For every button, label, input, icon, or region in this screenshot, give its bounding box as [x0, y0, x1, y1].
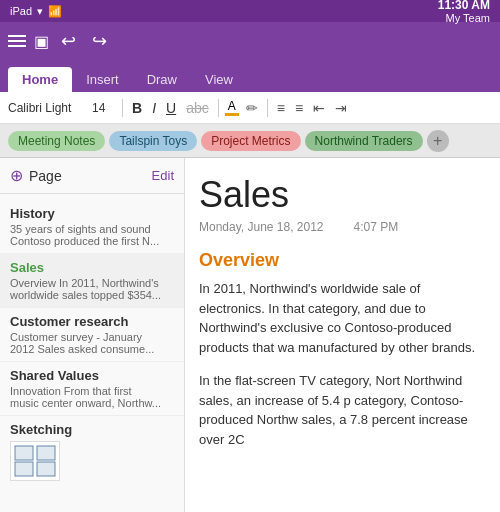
sidebar-item-sales-preview2: worldwide sales topped $354... [10, 289, 170, 301]
sidebar-item-shared-preview2: music center onward, Northw... [10, 397, 170, 409]
sidebar-item-customer-preview2: 2012 Sales asked consume... [10, 343, 170, 355]
page-tabs: Meeting Notes Tailspin Toys Project Metr… [0, 124, 500, 158]
sidebar-item-shared-preview1: Innovation From that first [10, 385, 170, 397]
indent-decrease-icon[interactable]: ⇤ [310, 99, 328, 117]
sidebar-item-history[interactable]: History 35 years of sights and sound Con… [0, 200, 184, 254]
main-area: ⊕ Page Edit History 35 years of sights a… [0, 158, 500, 512]
section-heading-overview: Overview [199, 250, 486, 271]
tab-meeting-notes[interactable]: Meeting Notes [8, 131, 105, 151]
divider-3 [267, 99, 268, 117]
font-name: Calibri Light [8, 101, 88, 115]
page-label: Page [29, 168, 62, 184]
sidebar-item-history-title: History [10, 206, 174, 221]
status-time: 11:30 AM [438, 0, 490, 12]
content-time-value: 4:07 PM [354, 220, 399, 234]
italic-button[interactable]: I [149, 99, 159, 117]
svg-rect-1 [37, 446, 55, 460]
sidebar-item-customer-title: Customer research [10, 314, 174, 329]
content-paragraph-1: In 2011, Northwind's worldwide sale of e… [199, 279, 486, 357]
underline-button[interactable]: U [163, 99, 179, 117]
content-paragraph-2: In the flat-screen TV category, Nort Nor… [199, 371, 486, 449]
sidebar-item-history-preview1: 35 years of sights and sound [10, 223, 170, 235]
sidebar-item-sales-preview1: Overview In 2011, Northwind's [10, 277, 170, 289]
tab-project-metrics[interactable]: Project Metrics [201, 131, 300, 151]
sidebar-item-shared-title: Shared Values [10, 368, 174, 383]
team-label: My Team [438, 12, 490, 24]
undo-icon[interactable]: ↩ [57, 28, 80, 54]
font-size: 14 [92, 101, 116, 115]
sidebar-item-sales-title: Sales [10, 260, 174, 275]
notebook-icon[interactable]: ▣ [34, 32, 49, 51]
sketch-title: Sketching [10, 422, 174, 437]
divider-1 [122, 99, 123, 117]
content-date: Monday, June 18, 2012 4:07 PM [199, 220, 486, 234]
tab-draw[interactable]: Draw [133, 67, 191, 92]
highlight-icon[interactable]: ✏ [243, 99, 261, 117]
tab-tailspin-toys[interactable]: Tailspin Toys [109, 131, 197, 151]
sidebar-item-customer-research[interactable]: Customer research Customer survey - Janu… [0, 308, 184, 362]
ribbon-tabs: Home Insert Draw View [0, 60, 500, 92]
tab-insert[interactable]: Insert [72, 67, 133, 92]
tab-northwind-traders[interactable]: Northwind Traders [305, 131, 423, 151]
content-area: Sales Monday, June 18, 2012 4:07 PM Over… [185, 158, 500, 512]
sketch-thumbnail [10, 441, 60, 481]
font-color-a: A [228, 99, 236, 113]
sidebar-item-sales[interactable]: Sales Overview In 2011, Northwind's worl… [0, 254, 184, 308]
wifi-signal: 📶 [48, 5, 62, 18]
content-date-value: Monday, June 18, 2012 [199, 220, 324, 234]
font-color-button[interactable]: A [225, 99, 239, 116]
svg-rect-3 [37, 462, 55, 476]
sidebar-header: ⊕ Page Edit [0, 158, 184, 194]
sidebar: ⊕ Page Edit History 35 years of sights a… [0, 158, 185, 512]
tab-home[interactable]: Home [8, 67, 72, 92]
svg-rect-0 [15, 446, 33, 460]
list-number-icon[interactable]: ≡ [292, 99, 306, 117]
svg-rect-2 [15, 462, 33, 476]
edit-button[interactable]: Edit [152, 168, 174, 183]
sidebar-item-sketching[interactable]: Sketching [0, 416, 184, 487]
bold-button[interactable]: B [129, 99, 145, 117]
status-left: iPad ▾ 📶 [10, 5, 62, 18]
indent-increase-icon[interactable]: ⇥ [332, 99, 350, 117]
add-page-icon[interactable]: ⊕ [10, 166, 23, 185]
add-tab-button[interactable]: + [427, 130, 449, 152]
strikethrough-button[interactable]: abc [183, 99, 212, 117]
status-right: 11:30 AM My Team [438, 0, 490, 24]
status-bar: iPad ▾ 📶 11:30 AM My Team [0, 0, 500, 22]
tab-view[interactable]: View [191, 67, 247, 92]
toolbar: ▣ ↩ ↪ [0, 22, 500, 60]
sidebar-items: History 35 years of sights and sound Con… [0, 194, 184, 493]
sidebar-item-history-preview2: Contoso produced the first N... [10, 235, 170, 247]
list-bullet-icon[interactable]: ≡ [274, 99, 288, 117]
divider-2 [218, 99, 219, 117]
menu-icon[interactable] [8, 35, 26, 47]
font-color-underline [225, 113, 239, 116]
wifi-icon: ▾ [37, 5, 43, 18]
content-title: Sales [199, 174, 486, 216]
sidebar-item-shared-values[interactable]: Shared Values Innovation From that first… [0, 362, 184, 416]
sidebar-item-customer-preview1: Customer survey - January [10, 331, 170, 343]
sidebar-header-left: ⊕ Page [10, 166, 62, 185]
ipad-label: iPad [10, 5, 32, 17]
format-bar: Calibri Light 14 B I U abc A ✏ ≡ ≡ ⇤ ⇥ [0, 92, 500, 124]
redo-icon[interactable]: ↪ [88, 28, 111, 54]
